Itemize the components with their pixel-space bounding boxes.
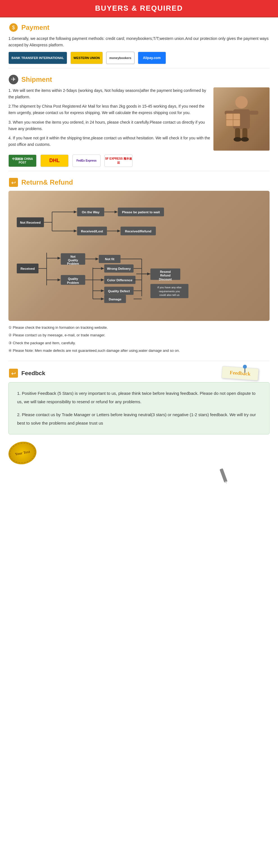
svg-rect-7 bbox=[249, 111, 258, 115]
shipment-point-3: 3. When you receive the items you ordere… bbox=[8, 119, 211, 132]
svg-text:Discount: Discount bbox=[159, 278, 172, 281]
payment-logos: BANK TRANSFER INTERNATIONAL WESTERN UNIO… bbox=[8, 52, 270, 64]
svg-text:Wrong Delivery: Wrong Delivery bbox=[107, 267, 131, 270]
shipment-heading: Shipment bbox=[21, 75, 52, 84]
alipay-logo: Alipay.com bbox=[138, 52, 166, 64]
svg-point-95 bbox=[243, 365, 247, 369]
svg-rect-97 bbox=[219, 468, 228, 483]
payment-heading: Payment bbox=[21, 24, 49, 31]
shipment-title-row: ✈ Shipment bbox=[8, 74, 270, 85]
svg-marker-63 bbox=[101, 278, 104, 281]
svg-marker-30 bbox=[74, 229, 77, 232]
svg-text:Problem: Problem bbox=[67, 281, 79, 284]
svg-marker-67 bbox=[101, 289, 104, 292]
svg-point-14 bbox=[241, 137, 249, 142]
payment-icon: $ bbox=[8, 23, 19, 33]
svg-text:Received/Lost: Received/Lost bbox=[81, 229, 103, 233]
feedback-icon: ↩ bbox=[8, 368, 19, 378]
svg-text:If you have any else: If you have any else bbox=[157, 286, 181, 289]
svg-text:could also tell us: could also tell us bbox=[160, 293, 180, 297]
flowchart-svg: Not Received On the Way Please be patien… bbox=[14, 199, 264, 312]
refund-note-4: ④ Please Note: Men made defects are not … bbox=[8, 347, 270, 354]
svg-text:Refund: Refund bbox=[160, 274, 171, 277]
svg-point-4 bbox=[235, 96, 248, 108]
shipment-content: 1. We will sent the items within 2-5days… bbox=[8, 87, 270, 151]
shipment-icon: ✈ bbox=[8, 74, 19, 85]
shipment-point-4: 4. If you have not got it within the shi… bbox=[8, 135, 211, 148]
refund-icon: ↩ bbox=[8, 177, 19, 187]
pen-decoration bbox=[8, 467, 270, 484]
svg-text:Damage: Damage bbox=[109, 297, 121, 301]
refund-diagram: Not Received On the Way Please be patien… bbox=[8, 191, 270, 321]
payment-body: 1.Generally, we accept the following pay… bbox=[8, 35, 270, 48]
svg-text:Color Difference: Color Difference bbox=[107, 278, 133, 282]
shipment-point-2: 2.The shipment by China Post Registered … bbox=[8, 103, 211, 116]
svg-marker-90 bbox=[147, 273, 150, 275]
moneybookers-logo: moneybookers bbox=[106, 52, 134, 64]
svg-text:↩: ↩ bbox=[11, 370, 16, 376]
feedback-title-row: ↩ Feedbck Feedback bbox=[8, 367, 270, 379]
dhl-logo: DHL bbox=[40, 155, 69, 167]
svg-marker-71 bbox=[101, 298, 104, 300]
chinapost-logo: 中国邮政 CHINA POST bbox=[8, 155, 36, 167]
feedback-point-2: 2. Please contact us by Trade Manager or… bbox=[17, 410, 261, 427]
svg-text:Not Received: Not Received bbox=[20, 221, 40, 224]
refund-heading: Return& Refund bbox=[21, 179, 73, 186]
shipment-text-block: 1. We will sent the items within 2-5days… bbox=[8, 87, 211, 151]
bank-transfer-logo: BANK TRANSFER INTERNATIONAL bbox=[8, 52, 67, 64]
svg-marker-52 bbox=[58, 278, 61, 281]
svg-text:Not: Not bbox=[70, 255, 75, 258]
pen-svg bbox=[199, 467, 255, 484]
seal-text: Your Text bbox=[14, 449, 30, 456]
payment-section: $ Payment 1.Generally, we accept the fol… bbox=[0, 18, 278, 67]
refund-note-3: ③ Check the package and Item, carefully. bbox=[8, 340, 270, 346]
refund-note-1: ① Please check the tracking in formation… bbox=[8, 324, 270, 331]
page-header: BUYERS & REQUIRED bbox=[0, 0, 278, 18]
payment-title-row: $ Payment bbox=[8, 23, 270, 33]
shipment-section: ✈ Shipment 1. We will sent the items wit… bbox=[0, 69, 278, 170]
fedex-logo: FedEx Express bbox=[72, 155, 101, 167]
feedback-heading: Feedbck bbox=[21, 370, 45, 376]
svg-rect-96 bbox=[244, 368, 245, 373]
svg-text:Received: Received bbox=[21, 267, 35, 270]
shipment-point-1: 1. We will sent the items within 2-5days… bbox=[8, 87, 211, 100]
refund-notes: ① Please check the tracking in formation… bbox=[8, 324, 270, 354]
shipping-logos: 中国邮政 CHINA POST DHL FedEx Express SF EXP… bbox=[8, 155, 270, 167]
feedback-point-1: 1. Positive Feedback (5 Stars) is very i… bbox=[17, 389, 261, 406]
svg-text:Quality Defect: Quality Defect bbox=[108, 289, 130, 293]
svg-point-13 bbox=[234, 137, 242, 142]
refund-title-row: ↩ Return& Refund bbox=[8, 177, 270, 187]
page-title: BUYERS & REQUIRED bbox=[0, 4, 278, 13]
gold-seal: Your Text bbox=[7, 439, 38, 466]
svg-marker-42 bbox=[58, 257, 61, 260]
western-union-logo: WESTERN UNION bbox=[70, 52, 103, 64]
refund-section: ↩ Return& Refund Not Received On the Way bbox=[0, 172, 278, 360]
svg-marker-22 bbox=[74, 211, 77, 213]
svg-text:$: $ bbox=[12, 25, 15, 30]
divider-2 bbox=[8, 171, 270, 171]
svg-text:On the Way: On the Way bbox=[82, 210, 100, 214]
svg-text:✈: ✈ bbox=[11, 76, 16, 82]
svg-text:Quality: Quality bbox=[68, 277, 78, 280]
feedback-section: ↩ Feedbck Feedback 1. Positive Feedback … bbox=[0, 362, 278, 489]
svg-marker-59 bbox=[101, 267, 104, 270]
svg-text:Problem: Problem bbox=[67, 262, 79, 265]
svg-text:Resend: Resend bbox=[160, 270, 171, 273]
svg-text:Please be patient to wait: Please be patient to wait bbox=[122, 210, 160, 214]
svg-text:Quality: Quality bbox=[68, 258, 78, 262]
svg-text:requirements you: requirements you bbox=[159, 290, 180, 293]
svg-marker-26 bbox=[114, 211, 118, 213]
svg-text:Received/Refund: Received/Refund bbox=[125, 229, 151, 233]
refund-note-2: ② Please contact us by meesage, e-mail, … bbox=[8, 332, 270, 338]
divider-1 bbox=[8, 68, 270, 68]
sf-express-logo: SF EXPRESS 顺丰速运 bbox=[104, 155, 133, 167]
svg-marker-48 bbox=[96, 258, 99, 260]
divider-3 bbox=[8, 361, 270, 361]
svg-text:↩: ↩ bbox=[11, 180, 16, 186]
svg-text:Not fit: Not fit bbox=[105, 257, 114, 261]
feedback-content: 1. Positive Feedback (5 Stars) is very i… bbox=[8, 382, 270, 434]
shipment-image bbox=[213, 87, 270, 151]
svg-marker-34 bbox=[117, 229, 121, 232]
